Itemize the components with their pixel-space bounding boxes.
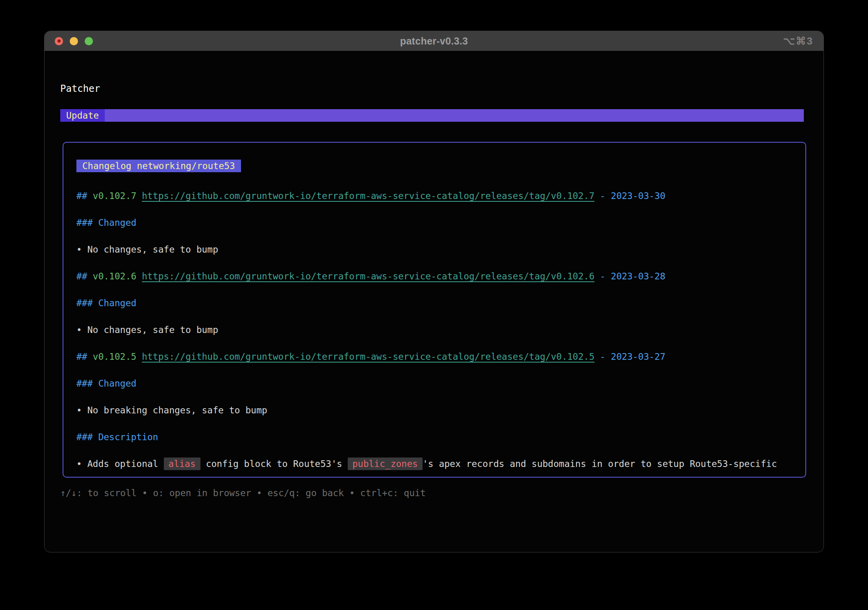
inline-code: public_zones bbox=[348, 458, 423, 470]
bullet-text: No changes, safe to bump bbox=[87, 244, 218, 255]
bullet-icon: • bbox=[76, 244, 87, 255]
heading-row: ### Description bbox=[76, 431, 805, 443]
bullet-text: No changes, safe to bump bbox=[87, 325, 218, 335]
markdown-h2-hashes: ## bbox=[76, 191, 93, 201]
release-row: ## v0.102.6 https://github.com/gruntwork… bbox=[76, 271, 805, 282]
heading-row: ### Changed bbox=[76, 217, 805, 228]
separator-dash: - bbox=[595, 351, 611, 362]
section-heading: Changed bbox=[98, 218, 136, 228]
terminal-body: Patcher Update Changelog networking/rout… bbox=[45, 51, 823, 552]
window-shortcut-hint: ⌥⌘3 bbox=[783, 31, 813, 51]
release-link[interactable]: https://github.com/gruntwork-io/terrafor… bbox=[142, 271, 594, 281]
section-heading: Changed bbox=[98, 378, 136, 389]
zoom-button[interactable] bbox=[85, 37, 93, 45]
release-date: 2023-03-30 bbox=[611, 191, 665, 201]
separator-dash: - bbox=[595, 271, 611, 281]
markdown-h3-hashes: ### bbox=[76, 378, 98, 389]
bullet-row: • No changes, safe to bump bbox=[76, 244, 805, 255]
app-title: Patcher bbox=[60, 83, 100, 94]
separator-dash: - bbox=[595, 191, 611, 201]
markdown-h3-hashes: ### bbox=[76, 298, 98, 308]
release-version: v0.102.5 bbox=[93, 351, 142, 362]
markdown-h3-hashes: ### bbox=[76, 218, 98, 228]
markdown-h2-hashes: ## bbox=[76, 351, 93, 362]
release-version: v0.102.6 bbox=[93, 271, 142, 281]
window-titlebar[interactable]: patcher-v0.3.3 ⌥⌘3 bbox=[45, 31, 823, 51]
bullet-icon: • bbox=[76, 325, 87, 335]
markdown-h3-hashes: ### bbox=[76, 432, 98, 442]
close-modified-dot-icon bbox=[57, 39, 61, 43]
release-row: ## v0.102.5 https://github.com/gruntwork… bbox=[76, 351, 805, 362]
release-date: 2023-03-28 bbox=[611, 271, 665, 281]
release-row: ## v0.102.7 https://github.com/gruntwork… bbox=[76, 190, 805, 201]
release-date: 2023-03-27 bbox=[611, 351, 665, 362]
traffic-lights bbox=[55, 31, 93, 51]
release-version: v0.102.7 bbox=[93, 191, 142, 201]
tab-update[interactable]: Update bbox=[60, 109, 105, 122]
bullet-text: config block to Route53's bbox=[200, 459, 348, 469]
tab-bar: Update bbox=[60, 109, 804, 122]
markdown-h2-hashes: ## bbox=[76, 271, 93, 281]
heading-row: ### Changed bbox=[76, 298, 805, 309]
window-title: patcher-v0.3.3 bbox=[45, 35, 823, 47]
bullet-row: • No breaking changes, safe to bump bbox=[76, 405, 805, 416]
changelog-badge: Changelog networking/route53 bbox=[76, 160, 241, 172]
help-bar: ↑/↓: to scroll • o: open in browser • es… bbox=[60, 488, 426, 498]
release-link[interactable]: https://github.com/gruntwork-io/terrafor… bbox=[142, 191, 594, 201]
heading-row: ### Changed bbox=[76, 378, 805, 389]
changelog-viewport[interactable]: Changelog networking/route53## v0.102.7 … bbox=[63, 142, 806, 478]
bullet-row: • Adds optional alias config block to Ro… bbox=[76, 458, 805, 469]
badge-row: Changelog networking/route53 bbox=[76, 160, 805, 190]
close-button[interactable] bbox=[55, 37, 63, 45]
bullet-row: • No changes, safe to bump bbox=[76, 324, 805, 335]
desktop: patcher-v0.3.3 ⌥⌘3 Patcher Update Change… bbox=[0, 0, 868, 610]
bullet-text: Adds optional bbox=[87, 459, 164, 469]
bullet-text: 's apex records and subdomains in order … bbox=[423, 459, 777, 469]
bullet-icon: • bbox=[76, 405, 87, 415]
bullet-text: No breaking changes, safe to bump bbox=[87, 405, 267, 415]
minimize-button[interactable] bbox=[70, 37, 78, 45]
bullet-icon: • bbox=[76, 459, 87, 469]
inline-code: alias bbox=[164, 458, 200, 470]
app-window: patcher-v0.3.3 ⌥⌘3 Patcher Update Change… bbox=[44, 31, 824, 552]
section-heading: Description bbox=[98, 432, 158, 442]
section-heading: Changed bbox=[98, 298, 136, 308]
release-link[interactable]: https://github.com/gruntwork-io/terrafor… bbox=[142, 351, 594, 362]
